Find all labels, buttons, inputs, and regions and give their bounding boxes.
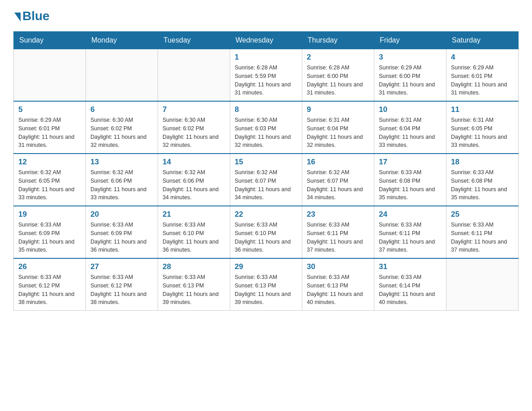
day-number-20: 20 — [90, 210, 153, 219]
table-row: 14Sunrise: 6:32 AMSunset: 6:06 PMDayligh… — [158, 154, 230, 206]
day-info-23: Sunrise: 6:33 AMSunset: 6:11 PMDaylight:… — [307, 221, 369, 254]
table-row: 11Sunrise: 6:31 AMSunset: 6:05 PMDayligh… — [446, 101, 519, 154]
header-monday: Monday — [86, 32, 158, 49]
day-info-6: Sunrise: 6:30 AMSunset: 6:02 PMDaylight:… — [90, 116, 153, 150]
day-info-10: Sunrise: 6:31 AMSunset: 6:04 PMDaylight:… — [379, 116, 442, 150]
day-number-29: 29 — [235, 262, 297, 271]
header-saturday: Saturday — [446, 32, 519, 49]
day-info-21: Sunrise: 6:33 AMSunset: 6:10 PMDaylight:… — [163, 221, 225, 254]
table-row — [446, 258, 519, 311]
day-number-10: 10 — [379, 105, 442, 114]
day-info-30: Sunrise: 6:33 AMSunset: 6:13 PMDaylight:… — [307, 273, 369, 307]
table-row: 10Sunrise: 6:31 AMSunset: 6:04 PMDayligh… — [374, 101, 446, 154]
calendar-week-1: 1Sunrise: 6:28 AMSunset: 5:59 PMDaylight… — [14, 49, 519, 102]
day-info-26: Sunrise: 6:33 AMSunset: 6:12 PMDaylight:… — [18, 273, 81, 307]
table-row: 31Sunrise: 6:33 AMSunset: 6:14 PMDayligh… — [374, 258, 446, 311]
header-thursday: Thursday — [302, 32, 374, 49]
day-number-22: 22 — [235, 210, 297, 219]
day-info-11: Sunrise: 6:31 AMSunset: 6:05 PMDaylight:… — [451, 116, 514, 150]
table-row: 19Sunrise: 6:33 AMSunset: 6:09 PMDayligh… — [14, 206, 86, 258]
table-row: 29Sunrise: 6:33 AMSunset: 6:13 PMDayligh… — [230, 258, 302, 311]
day-info-20: Sunrise: 6:33 AMSunset: 6:09 PMDaylight:… — [90, 221, 153, 254]
table-row: 22Sunrise: 6:33 AMSunset: 6:10 PMDayligh… — [230, 206, 302, 258]
day-number-21: 21 — [163, 210, 225, 219]
day-number-27: 27 — [90, 262, 153, 271]
day-info-3: Sunrise: 6:29 AMSunset: 6:00 PMDaylight:… — [379, 64, 442, 97]
day-info-5: Sunrise: 6:29 AMSunset: 6:01 PMDaylight:… — [18, 116, 81, 150]
table-row: 7Sunrise: 6:30 AMSunset: 6:02 PMDaylight… — [158, 101, 230, 154]
day-number-31: 31 — [379, 262, 442, 271]
day-number-5: 5 — [18, 105, 81, 114]
logo: Blue — [13, 9, 50, 22]
day-number-15: 15 — [235, 158, 297, 167]
logo-blue-text: Blue — [22, 9, 50, 23]
day-number-30: 30 — [307, 262, 369, 271]
day-number-12: 12 — [18, 158, 81, 167]
header-wednesday: Wednesday — [230, 32, 302, 49]
header-tuesday: Tuesday — [158, 32, 230, 49]
day-number-28: 28 — [163, 262, 225, 271]
day-number-14: 14 — [163, 158, 225, 167]
day-info-27: Sunrise: 6:33 AMSunset: 6:12 PMDaylight:… — [90, 273, 153, 307]
calendar-week-4: 19Sunrise: 6:33 AMSunset: 6:09 PMDayligh… — [14, 206, 519, 258]
table-row — [14, 49, 86, 102]
day-info-18: Sunrise: 6:33 AMSunset: 6:08 PMDaylight:… — [451, 168, 514, 202]
calendar-table: SundayMondayTuesdayWednesdayThursdayFrid… — [13, 31, 519, 311]
day-number-1: 1 — [235, 53, 297, 62]
day-number-7: 7 — [163, 105, 225, 114]
table-row: 27Sunrise: 6:33 AMSunset: 6:12 PMDayligh… — [86, 258, 158, 311]
calendar-header-row: SundayMondayTuesdayWednesdayThursdayFrid… — [14, 32, 519, 49]
table-row: 9Sunrise: 6:31 AMSunset: 6:04 PMDaylight… — [302, 101, 374, 154]
table-row: 28Sunrise: 6:33 AMSunset: 6:13 PMDayligh… — [158, 258, 230, 311]
day-number-26: 26 — [18, 262, 81, 271]
day-info-22: Sunrise: 6:33 AMSunset: 6:10 PMDaylight:… — [235, 221, 297, 254]
day-info-14: Sunrise: 6:32 AMSunset: 6:06 PMDaylight:… — [163, 168, 225, 202]
day-info-4: Sunrise: 6:29 AMSunset: 6:01 PMDaylight:… — [451, 64, 514, 97]
table-row: 1Sunrise: 6:28 AMSunset: 5:59 PMDaylight… — [230, 49, 302, 102]
table-row: 26Sunrise: 6:33 AMSunset: 6:12 PMDayligh… — [14, 258, 86, 311]
day-number-19: 19 — [18, 210, 81, 219]
table-row: 18Sunrise: 6:33 AMSunset: 6:08 PMDayligh… — [446, 154, 519, 206]
day-info-1: Sunrise: 6:28 AMSunset: 5:59 PMDaylight:… — [235, 64, 297, 97]
day-number-9: 9 — [307, 105, 369, 114]
table-row: 16Sunrise: 6:32 AMSunset: 6:07 PMDayligh… — [302, 154, 374, 206]
day-info-25: Sunrise: 6:33 AMSunset: 6:11 PMDaylight:… — [451, 221, 514, 254]
day-number-18: 18 — [451, 158, 514, 167]
header-sunday: Sunday — [14, 32, 86, 49]
table-row: 15Sunrise: 6:32 AMSunset: 6:07 PMDayligh… — [230, 154, 302, 206]
day-number-17: 17 — [379, 158, 442, 167]
day-number-16: 16 — [307, 158, 369, 167]
day-info-19: Sunrise: 6:33 AMSunset: 6:09 PMDaylight:… — [18, 221, 81, 254]
table-row: 23Sunrise: 6:33 AMSunset: 6:11 PMDayligh… — [302, 206, 374, 258]
table-row: 12Sunrise: 6:32 AMSunset: 6:05 PMDayligh… — [14, 154, 86, 206]
table-row: 17Sunrise: 6:33 AMSunset: 6:08 PMDayligh… — [374, 154, 446, 206]
day-number-13: 13 — [90, 158, 153, 167]
calendar-week-5: 26Sunrise: 6:33 AMSunset: 6:12 PMDayligh… — [14, 258, 519, 311]
day-number-11: 11 — [451, 105, 514, 114]
day-info-7: Sunrise: 6:30 AMSunset: 6:02 PMDaylight:… — [163, 116, 225, 150]
day-number-3: 3 — [379, 53, 442, 62]
day-number-8: 8 — [235, 105, 297, 114]
day-number-4: 4 — [451, 53, 514, 62]
day-info-2: Sunrise: 6:28 AMSunset: 6:00 PMDaylight:… — [307, 64, 369, 97]
logo-triangle-icon — [14, 13, 21, 21]
calendar-week-2: 5Sunrise: 6:29 AMSunset: 6:01 PMDaylight… — [14, 101, 519, 154]
day-info-29: Sunrise: 6:33 AMSunset: 6:13 PMDaylight:… — [235, 273, 297, 307]
table-row: 24Sunrise: 6:33 AMSunset: 6:11 PMDayligh… — [374, 206, 446, 258]
table-row: 5Sunrise: 6:29 AMSunset: 6:01 PMDaylight… — [14, 101, 86, 154]
table-row: 6Sunrise: 6:30 AMSunset: 6:02 PMDaylight… — [86, 101, 158, 154]
table-row: 25Sunrise: 6:33 AMSunset: 6:11 PMDayligh… — [446, 206, 519, 258]
day-info-24: Sunrise: 6:33 AMSunset: 6:11 PMDaylight:… — [379, 221, 442, 254]
table-row: 21Sunrise: 6:33 AMSunset: 6:10 PMDayligh… — [158, 206, 230, 258]
day-number-23: 23 — [307, 210, 369, 219]
table-row: 4Sunrise: 6:29 AMSunset: 6:01 PMDaylight… — [446, 49, 519, 102]
table-row: 8Sunrise: 6:30 AMSunset: 6:03 PMDaylight… — [230, 101, 302, 154]
day-info-31: Sunrise: 6:33 AMSunset: 6:14 PMDaylight:… — [379, 273, 442, 307]
day-number-25: 25 — [451, 210, 514, 219]
table-row: 30Sunrise: 6:33 AMSunset: 6:13 PMDayligh… — [302, 258, 374, 311]
table-row: 3Sunrise: 6:29 AMSunset: 6:00 PMDaylight… — [374, 49, 446, 102]
page-header: Blue — [13, 9, 519, 22]
table-row: 13Sunrise: 6:32 AMSunset: 6:06 PMDayligh… — [86, 154, 158, 206]
table-row — [158, 49, 230, 102]
day-info-13: Sunrise: 6:32 AMSunset: 6:06 PMDaylight:… — [90, 168, 153, 202]
